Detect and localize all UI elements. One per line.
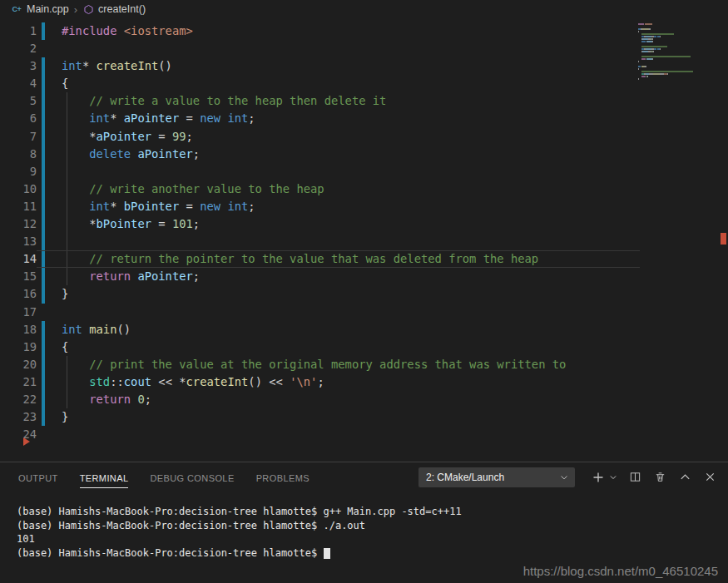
bottom-panel: OUTPUTTERMINALDEBUG CONSOLEPROBLEMS 2: C…	[0, 462, 728, 583]
code-line-22[interactable]: 22 return 0;	[0, 391, 728, 408]
line-number[interactable]: 5	[0, 92, 37, 110]
line-number[interactable]: 14	[0, 250, 37, 268]
terminal-picker-dropdown[interactable]: 2: CMake/Launch	[418, 467, 575, 487]
panel-tab-output[interactable]: OUTPUT	[18, 466, 58, 488]
code-line-24[interactable]: 24	[0, 426, 728, 443]
new-terminal-button[interactable]	[590, 469, 607, 486]
minimap-line	[638, 23, 693, 25]
line-number[interactable]: 7	[0, 128, 37, 146]
code-text: }	[45, 285, 728, 303]
code-line-21[interactable]: 21 std::cout << *createInt() << '\n';	[0, 373, 728, 391]
minimap-line	[638, 68, 693, 70]
code-line-17[interactable]: 17	[0, 304, 728, 321]
code-line-4[interactable]: 4{	[0, 75, 728, 92]
overview-ruler-marker	[721, 233, 726, 245]
code-line-18[interactable]: 18int main()	[0, 321, 728, 338]
line-number[interactable]: 23	[0, 408, 37, 426]
minimap-line	[638, 61, 693, 62]
indent-guide	[67, 92, 67, 110]
line-number[interactable]: 6	[0, 110, 37, 127]
code-text: return 0;	[45, 391, 728, 408]
line-number[interactable]: 16	[0, 285, 37, 303]
code-line-16[interactable]: 16}	[0, 285, 728, 303]
code-line-15[interactable]: 15 return aPointer;	[0, 268, 728, 285]
minimap-line	[638, 38, 693, 40]
code-line-10[interactable]: 10 // write another value to the heap	[0, 180, 728, 198]
line-number[interactable]: 22	[0, 391, 37, 408]
code-text: *aPointer = 99;	[45, 128, 728, 146]
code-line-8[interactable]: 8 delete aPointer;	[0, 146, 728, 163]
code-line-7[interactable]: 7 *aPointer = 99;	[0, 128, 728, 146]
line-number[interactable]: 21	[0, 373, 37, 391]
line-number[interactable]: 20	[0, 356, 37, 373]
line-number[interactable]: 3	[0, 57, 37, 75]
minimap-line	[638, 28, 693, 30]
code-line-2[interactable]: 2	[0, 40, 728, 57]
minimap-line	[638, 48, 693, 50]
line-number[interactable]: 4	[0, 75, 37, 92]
line-number[interactable]: 24	[0, 426, 37, 443]
line-number[interactable]: 13	[0, 233, 37, 250]
close-panel-button[interactable]	[701, 469, 718, 486]
terminal-line: 101	[17, 532, 728, 546]
minimap-line	[638, 56, 693, 57]
line-number[interactable]: 8	[0, 146, 37, 163]
code-text: // write a value to the heap then delete…	[45, 92, 728, 110]
indent-guide	[67, 215, 67, 233]
code-line-13[interactable]: 13	[0, 233, 728, 250]
code-line-20[interactable]: 20 // print the value at the original me…	[0, 356, 728, 373]
line-number[interactable]: 2	[0, 40, 37, 57]
code-text: return aPointer;	[45, 268, 728, 285]
cpp-file-icon: C+	[11, 3, 22, 15]
minimap[interactable]	[638, 23, 693, 83]
kill-terminal-trash-icon[interactable]	[651, 469, 668, 486]
minimap-line	[638, 73, 693, 75]
new-terminal-dropdown-icon[interactable]	[608, 469, 618, 486]
minimap-line	[638, 41, 693, 42]
panel-tabs: OUTPUTTERMINALDEBUG CONSOLEPROBLEMS	[18, 466, 310, 488]
breadcrumb-file[interactable]: Main.cpp	[27, 3, 69, 15]
panel-tab-debug-console[interactable]: DEBUG CONSOLE	[150, 466, 234, 488]
code-line-3[interactable]: 3int* createInt()	[0, 57, 728, 75]
code-line-5[interactable]: 5 // write a value to the heap then dele…	[0, 92, 728, 110]
code-line-6[interactable]: 6 int* aPointer = new int;	[0, 110, 728, 127]
maximize-panel-button[interactable]	[676, 469, 693, 486]
minimap-line	[638, 36, 693, 37]
panel-tab-terminal[interactable]: TERMINAL	[80, 466, 129, 488]
minimap-line	[638, 53, 693, 55]
line-number[interactable]: 11	[0, 198, 37, 215]
code-editor[interactable]: 1#include <iostream>23int* createInt()4{…	[0, 18, 728, 462]
terminal-output[interactable]: (base) Hamishs-MacBook-Pro:decision-tree…	[0, 492, 728, 560]
line-number[interactable]: 10	[0, 180, 37, 198]
indent-guide	[67, 146, 67, 163]
line-number[interactable]: 1	[0, 22, 37, 40]
code-text: int* aPointer = new int;	[45, 110, 728, 127]
code-line-12[interactable]: 12 *bPointer = 101;	[0, 215, 728, 233]
line-number[interactable]: 17	[0, 304, 37, 321]
line-number[interactable]: 12	[0, 215, 37, 233]
split-terminal-button[interactable]	[626, 469, 643, 486]
code-text: delete aPointer;	[45, 146, 728, 163]
minimap-line	[638, 43, 693, 45]
code-line-1[interactable]: 1#include <iostream>	[0, 22, 728, 40]
code-text: // write another value to the heap	[45, 180, 728, 198]
code-lines: 1#include <iostream>23int* createInt()4{…	[0, 22, 728, 443]
code-line-11[interactable]: 11 int* bPointer = new int;	[0, 198, 728, 215]
panel-tab-problems[interactable]: PROBLEMS	[256, 466, 310, 488]
code-line-23[interactable]: 23}	[0, 408, 728, 426]
minimap-line	[638, 63, 693, 65]
line-number[interactable]: 9	[0, 163, 37, 180]
breadcrumb-symbol[interactable]: createInt()	[98, 3, 146, 15]
code-line-9[interactable]: 9	[0, 163, 728, 180]
code-line-14[interactable]: 14 // return the pointer to the value th…	[0, 250, 728, 268]
code-line-19[interactable]: 19{	[0, 338, 728, 356]
panel-header: OUTPUTTERMINALDEBUG CONSOLEPROBLEMS 2: C…	[0, 462, 728, 492]
code-text: {	[45, 75, 728, 92]
indent-guide	[67, 110, 67, 127]
line-number[interactable]: 15	[0, 268, 37, 285]
line-number[interactable]: 19	[0, 338, 37, 356]
indent-guide	[67, 356, 67, 373]
line-number[interactable]: 18	[0, 321, 37, 338]
code-text: *bPointer = 101;	[45, 215, 728, 233]
watermark: https://blog.csdn.net/m0_46510245	[523, 564, 718, 578]
